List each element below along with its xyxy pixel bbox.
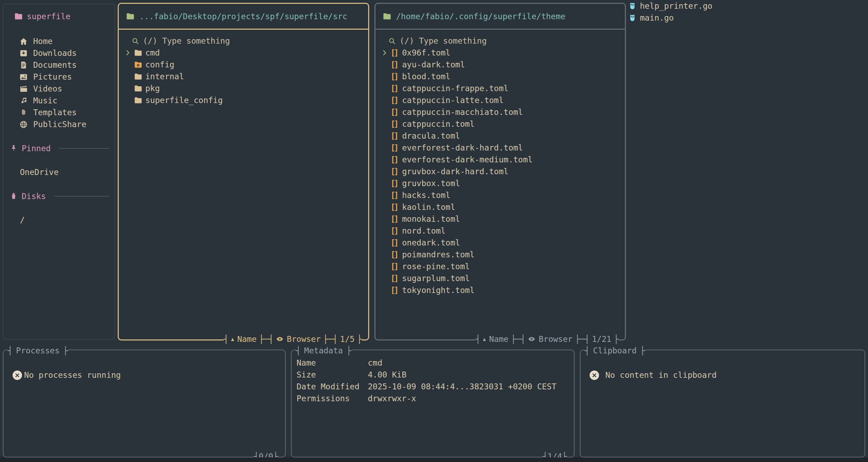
toml-file-icon: [] bbox=[391, 142, 402, 154]
film-icon bbox=[19, 85, 29, 93]
file-row[interactable]: [] poimandres.toml bbox=[381, 249, 625, 261]
file-row[interactable]: [] rose-pine.toml bbox=[381, 261, 625, 272]
disks-section-header: Disks bbox=[3, 190, 115, 202]
toml-file-icon: [] bbox=[391, 154, 402, 166]
file-list: [] cmd [] config [] internal bbox=[124, 47, 368, 106]
sidebar-item[interactable]: Music bbox=[3, 95, 115, 107]
sidebar-item-label: Videos bbox=[33, 83, 62, 95]
file-row[interactable]: [] blood.toml bbox=[381, 71, 625, 82]
file-name: blood.toml bbox=[402, 71, 450, 82]
file-row[interactable]: [] 0x96f.toml bbox=[381, 47, 625, 59]
file-row[interactable]: [] catppuccin-macchiato.toml bbox=[381, 106, 625, 118]
file-row[interactable]: [] sugarplum.toml bbox=[381, 272, 625, 284]
search-bar[interactable]: (/) Type something bbox=[124, 35, 368, 47]
file-name: hacks.toml bbox=[402, 189, 450, 201]
metadata-value: 2025-10-09 08:44:4...3823031 +0200 CEST bbox=[368, 381, 556, 393]
file-row[interactable]: [] onedark.toml bbox=[381, 237, 625, 249]
toml-file-icon: [] bbox=[391, 249, 402, 261]
disk-item[interactable]: / bbox=[3, 214, 115, 226]
file-row[interactable]: main.go bbox=[628, 12, 713, 24]
file-row[interactable]: [] ayu-dark.toml bbox=[381, 59, 625, 71]
disks-label: Disks bbox=[22, 190, 46, 202]
file-row[interactable]: [] catppuccin-frappe.toml bbox=[381, 82, 625, 94]
toml-file-icon: [] bbox=[391, 82, 402, 94]
file-name: ayu-dark.toml bbox=[402, 59, 465, 71]
app-title: superfile bbox=[3, 10, 115, 22]
search-bar[interactable]: (/) Type something bbox=[381, 35, 625, 47]
sidebar-item[interactable]: Videos bbox=[3, 83, 115, 95]
file-row[interactable]: [] gruvbox.toml bbox=[381, 177, 625, 189]
sidebar-item-label: Home bbox=[33, 35, 52, 47]
toml-file-icon: [] bbox=[391, 118, 402, 130]
x-circle-icon: × bbox=[590, 371, 599, 380]
panel-path: ...fabio/Desktop/projects/spf/superfile/… bbox=[139, 10, 347, 22]
file-row[interactable]: [] monokai.toml bbox=[381, 213, 625, 225]
sidebar-item[interactable]: Documents bbox=[3, 59, 115, 71]
processes-panel: ┤Processes├ × No processes running ┤0/0├ bbox=[3, 350, 286, 457]
file-name: config bbox=[145, 59, 174, 71]
toml-file-icon: [] bbox=[391, 284, 402, 296]
document-icon bbox=[19, 61, 29, 69]
file-row[interactable]: [] kaolin.toml bbox=[381, 201, 625, 213]
file-row[interactable]: [] superfile_config bbox=[124, 94, 368, 106]
file-row[interactable]: [] catppuccin.toml bbox=[381, 118, 625, 130]
pin-icon bbox=[9, 144, 18, 153]
file-name: main.go bbox=[640, 12, 674, 24]
file-row[interactable]: [] nord.toml bbox=[381, 225, 625, 237]
file-name: cmd bbox=[145, 47, 160, 59]
panel-path: /home/fabio/.config/superfile/theme bbox=[396, 10, 566, 22]
file-row[interactable]: [] pkg bbox=[124, 82, 368, 94]
file-row[interactable]: [] cmd bbox=[124, 47, 368, 59]
metadata-value: cmd bbox=[368, 357, 382, 369]
file-row[interactable]: [] dracula.toml bbox=[381, 130, 625, 142]
sidebar-item[interactable]: Templates bbox=[3, 107, 115, 118]
sidebar-item[interactable]: PublicShare bbox=[3, 118, 115, 130]
folder-gear-icon bbox=[134, 60, 145, 69]
metadata-label: Permissions bbox=[297, 393, 368, 404]
sidebar-item[interactable]: Home bbox=[3, 35, 115, 47]
sidebar-item-label: Pictures bbox=[33, 71, 72, 83]
pinned-item[interactable]: OneDrive bbox=[3, 166, 115, 178]
metadata-row: Name cmd bbox=[297, 357, 574, 369]
clipboard-panel-title: ┤Clipboard├ bbox=[585, 344, 645, 357]
file-row[interactable]: [] tokyonight.toml bbox=[381, 284, 625, 296]
file-row[interactable]: [] hacks.toml bbox=[381, 189, 625, 201]
file-name: tokyonight.toml bbox=[402, 284, 475, 296]
file-row[interactable]: [] internal bbox=[124, 71, 368, 82]
panel-path-header: /home/fabio/.config/superfile/theme bbox=[375, 4, 625, 30]
file-name: help_printer.go bbox=[640, 0, 713, 12]
disk-items: / bbox=[3, 214, 115, 226]
file-name: dracula.toml bbox=[402, 130, 460, 142]
toml-file-icon: [] bbox=[391, 177, 402, 189]
toml-file-icon: [] bbox=[391, 59, 402, 71]
sidebar-item-label: Templates bbox=[33, 107, 77, 118]
file-name: monokai.toml bbox=[402, 213, 460, 225]
file-row[interactable]: help_printer.go bbox=[628, 0, 713, 12]
file-row[interactable]: [] gruvbox-dark-hard.toml bbox=[381, 166, 625, 177]
file-row[interactable]: [] config bbox=[124, 59, 368, 71]
file-name: sugarplum.toml bbox=[402, 272, 470, 284]
toml-file-icon: [] bbox=[391, 94, 402, 106]
file-row[interactable]: [] everforest-dark-hard.toml bbox=[381, 142, 625, 154]
metadata-value: 4.00 KiB bbox=[368, 369, 407, 381]
file-name: rose-pine.toml bbox=[402, 261, 470, 272]
file-row[interactable]: [] everforest-dark-medium.toml bbox=[381, 154, 625, 166]
file-row[interactable]: [] catppuccin-latte.toml bbox=[381, 94, 625, 106]
metadata-panel-title: ┤Metadata├ bbox=[296, 344, 351, 357]
metadata-label: Size bbox=[297, 369, 368, 381]
metadata-table: Name cmd Size 4.00 KiB Date Modified 202… bbox=[292, 350, 574, 404]
file-name: internal bbox=[145, 71, 184, 82]
file-name: kaolin.toml bbox=[402, 201, 455, 213]
sidebar-item[interactable]: Pictures bbox=[3, 71, 115, 83]
panel-mode: Browser bbox=[539, 333, 572, 345]
download-icon bbox=[19, 49, 29, 58]
superfile-app: superfile Home Downloa bbox=[0, 0, 868, 462]
toml-file-icon: [] bbox=[391, 130, 402, 142]
sidebar-item[interactable]: Downloads bbox=[3, 47, 115, 59]
terminal-bottom-strip bbox=[0, 457, 868, 462]
music-icon bbox=[19, 96, 29, 105]
usb-disk-icon bbox=[9, 192, 18, 200]
metadata-row: Date Modified 2025-10-09 08:44:4...38230… bbox=[297, 381, 574, 393]
cursor-position: 1/21 bbox=[592, 333, 611, 345]
sort-mode: Name bbox=[489, 333, 508, 345]
